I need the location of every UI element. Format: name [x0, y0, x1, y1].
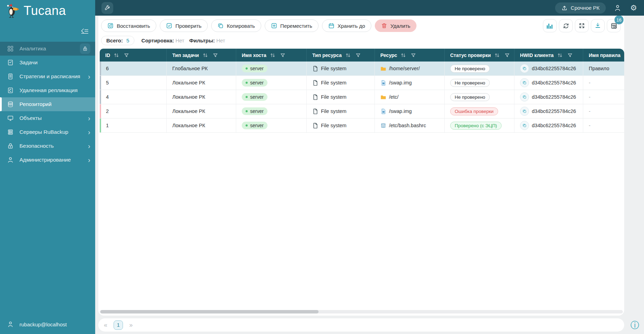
current-user-label: rubackup@localhost: [19, 321, 67, 327]
urgent-backup-button[interactable]: Срочное РК: [555, 2, 606, 14]
col-header-rule-name[interactable]: Имя правила: [583, 49, 624, 62]
sidebar-item-repository[interactable]: Репозиторий: [0, 97, 95, 111]
sidebar-collapse-icon[interactable]: [80, 26, 90, 36]
table-row[interactable]: 2 Локальное РК server File system /swap.…: [100, 104, 624, 119]
cell-hostname: server: [236, 76, 307, 90]
scrollbar-thumb[interactable]: [100, 310, 319, 313]
cell-id: 1: [100, 119, 167, 132]
sort-icon[interactable]: [401, 52, 406, 58]
sort-icon[interactable]: [345, 52, 351, 58]
sort-icon[interactable]: [203, 52, 208, 58]
sidebar-item-label: Стратегии и расписания: [19, 73, 80, 80]
settings-button[interactable]: ⚙: [629, 4, 638, 12]
table-row[interactable]: 1 Локальное РК server File system /etc/b…: [100, 119, 624, 133]
row-status-strip: [100, 119, 101, 132]
first-page-button[interactable]: «: [104, 321, 107, 329]
sidebar-item-servers[interactable]: Серверы RuBackup ›: [0, 125, 95, 139]
filter-icon[interactable]: [280, 53, 285, 58]
col-header-resource-type[interactable]: Тип ресурса: [307, 49, 375, 62]
refresh-button[interactable]: [559, 19, 573, 32]
sort-icon[interactable]: [270, 52, 275, 58]
filter-icon[interactable]: [356, 53, 361, 58]
host-badge: server: [242, 65, 267, 72]
sort-icon[interactable]: [557, 52, 563, 58]
delete-button[interactable]: Удалить: [375, 19, 416, 32]
filter-icon[interactable]: [568, 53, 572, 58]
copy-hwid-button[interactable]: [520, 64, 529, 73]
copy-icon: [522, 123, 527, 128]
total-label: Всего:: [106, 38, 123, 43]
status-badge: Ошибка проверки: [450, 107, 498, 115]
cell-hostname: server: [236, 119, 307, 132]
col-header-check-status[interactable]: Статус проверки: [445, 49, 514, 62]
sort-icon[interactable]: [494, 52, 500, 58]
col-header-task-type[interactable]: Тип задачи: [167, 49, 236, 62]
table-settings-button[interactable]: 16: [607, 19, 621, 32]
col-header-resource[interactable]: Ресурс: [375, 49, 445, 62]
copy-hwid-button[interactable]: [520, 121, 529, 130]
col-header-id[interactable]: ID: [100, 49, 167, 62]
sidebar-item-label: Объекты: [19, 115, 42, 121]
topbar-actions: Срочное РК ⚙: [555, 2, 638, 14]
copy-icon: [522, 81, 527, 85]
grid-icon: [7, 45, 14, 52]
sidebar-item-security[interactable]: Безопасность ›: [0, 139, 95, 153]
content-card: Восстановить Проверить Копировать Переме…: [98, 16, 624, 316]
cell-check-status: Не проверено: [445, 90, 514, 104]
sort-icon[interactable]: [114, 52, 119, 58]
sidebar-item-remote-replication[interactable]: Удаленная репликация: [0, 83, 95, 97]
filter-summary: Фильтры: Нет: [189, 38, 225, 43]
wrench-icon: [104, 5, 111, 11]
profile-button[interactable]: [613, 4, 622, 12]
col-header-hwid[interactable]: HWID клиента: [514, 49, 583, 62]
filter-icon[interactable]: [411, 53, 416, 58]
tools-button[interactable]: [101, 2, 113, 14]
verify-button[interactable]: Проверить: [160, 19, 208, 32]
copy-button[interactable]: Копировать: [211, 19, 261, 32]
row-status-strip: [100, 62, 101, 75]
statistics-button[interactable]: [543, 19, 557, 32]
download-icon: [595, 22, 601, 30]
cell-resource-type: File system: [307, 90, 375, 104]
filter-icon[interactable]: [124, 53, 129, 58]
col-header-hostname[interactable]: Имя хоста: [236, 49, 307, 62]
sidebar-item-tasks[interactable]: Задачи: [0, 56, 95, 70]
keep-until-button[interactable]: Хранить до: [322, 19, 371, 32]
cell-resource: /swap.img: [375, 76, 445, 90]
urgent-backup-label: Срочное РК: [571, 5, 600, 11]
sidebar-item-administration[interactable]: Администрирование ›: [0, 153, 95, 167]
fullscreen-button[interactable]: [575, 19, 589, 32]
export-button[interactable]: [591, 19, 605, 32]
file-icon: [312, 108, 318, 114]
filter-icon[interactable]: [213, 53, 218, 58]
online-dot-icon: [246, 67, 248, 70]
brand-name: Tucana: [24, 3, 66, 18]
page-button[interactable]: 1: [114, 320, 123, 330]
verify-icon: [166, 23, 172, 29]
online-dot-icon: [246, 96, 248, 98]
copy-hwid-button[interactable]: [520, 107, 529, 116]
online-dot-icon: [246, 110, 248, 112]
filter-icon[interactable]: [505, 53, 510, 58]
cell-id: 6: [100, 62, 167, 75]
cell-resource: /etc/: [375, 90, 445, 104]
cell-resource: /home/server/: [375, 62, 445, 75]
table-row[interactable]: 6 Глобальное РК server File system /home…: [100, 62, 624, 76]
sidebar-item-analytics[interactable]: Аналитика: [0, 42, 95, 56]
sidebar-item-objects[interactable]: Объекты ›: [0, 111, 95, 125]
person-icon: [614, 4, 621, 12]
last-page-button[interactable]: »: [129, 321, 133, 329]
current-user[interactable]: rubackup@localhost: [0, 321, 95, 328]
horizontal-scrollbar[interactable]: [100, 310, 623, 313]
info-icon[interactable]: ⓘ: [630, 321, 639, 329]
sidebar-item-strategies[interactable]: Стратегии и расписания ›: [0, 70, 95, 83]
gear-icon: ⚙: [630, 4, 637, 12]
copy-hwid-button[interactable]: [520, 78, 529, 87]
sort-icon[interactable]: [624, 52, 624, 58]
table-row[interactable]: 5 Локальное РК server File system /swap.…: [100, 76, 624, 90]
move-button[interactable]: Переместить: [265, 19, 319, 32]
table-row[interactable]: 4 Локальное РК server File system /etc/ …: [100, 90, 624, 104]
copy-hwid-button[interactable]: [520, 92, 529, 101]
sidebar-item-label: Безопасность: [19, 143, 54, 149]
restore-button[interactable]: Восстановить: [101, 19, 156, 32]
